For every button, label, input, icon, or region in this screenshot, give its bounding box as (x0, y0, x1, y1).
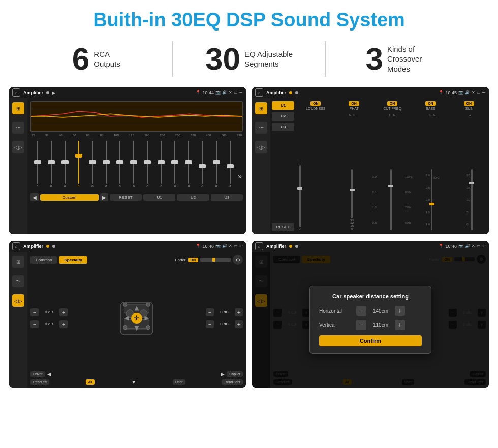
s3-plus-btn-2[interactable]: + (59, 320, 68, 328)
topbar-dot-2 (289, 91, 292, 94)
s2-u3-btn[interactable]: U3 (272, 123, 294, 131)
dialog-horizontal-plus[interactable]: + (395, 306, 405, 316)
s3-right-arrow[interactable]: ▶ (221, 371, 225, 377)
topbar-icons-3: 📍 10:46 📷 🔊 ✕ ▭ ↩ (196, 244, 243, 249)
dialog-box: Car speaker distance setting Horizontal … (309, 286, 431, 354)
s3-minus-btn-4[interactable]: − (206, 320, 214, 328)
s2-u1-btn[interactable]: U1 (272, 101, 294, 110)
time-2: 10:45 (445, 90, 457, 95)
eq-freq-labels: 253240506380100125160200250320400500630 (30, 134, 243, 137)
s3-minus-btn-1[interactable]: − (30, 308, 39, 316)
home-btn-2[interactable]: ⌂ (255, 88, 263, 97)
s3-driver-btn[interactable]: Driver (30, 371, 45, 377)
stat-number-30: 30 (205, 43, 240, 75)
eq-u2-btn[interactable]: U2 (177, 194, 209, 201)
s3-sidebar-vol-icon[interactable]: ◁▷ (12, 294, 24, 307)
s3-left-db-controls: − 0 dB + − 0 dB + (30, 267, 68, 369)
home-btn-4[interactable]: ⌂ (255, 242, 263, 250)
screen1-title: Amplifier (23, 90, 43, 95)
eq-reset-btn[interactable]: RESET (110, 194, 142, 201)
s3-db-row-1: − 0 dB + (30, 308, 68, 316)
camera-icon-4: 📷 (458, 244, 463, 249)
screen4-topbar: ⌂ Amplifier 📍 10:46 📷 🔊 ✕ ▭ ↩ (252, 241, 489, 252)
s3-sidebar-eq-icon[interactable]: ⊞ (12, 256, 24, 268)
s2-sidebar-wave-icon[interactable]: 〜 (255, 122, 267, 134)
eq-play-btn[interactable]: ▶ (100, 193, 108, 201)
dialog-horizontal-minus[interactable]: − (356, 306, 366, 316)
topbar-icons-1: 📍 10:44 📷 🔊 ✕ ▭ ↩ (196, 90, 243, 95)
screen-4-dialog: ⌂ Amplifier 📍 10:46 📷 🔊 ✕ ▭ ↩ ⊞ 〜 ◁▷ (252, 241, 489, 388)
screen3-sidebar: ⊞ 〜 ◁▷ (9, 252, 27, 388)
s2-u2-btn[interactable]: U2 (272, 112, 294, 121)
home-btn-1[interactable]: ⌂ (12, 88, 20, 97)
svg-point-15 (146, 303, 150, 306)
minimize-icon-4: ▭ (477, 244, 481, 249)
s3-plus-btn-1[interactable]: + (59, 308, 68, 316)
screen2-left-panel: U1 U2 U3 RESET (270, 98, 296, 234)
eq-u3-btn[interactable]: U3 (211, 194, 243, 201)
s3-common-tab[interactable]: Common (30, 256, 57, 264)
topbar-icons-2: 📍 10:45 📷 🔊 ✕ ▭ ↩ (439, 90, 486, 95)
s3-minus-btn-3[interactable]: − (206, 308, 214, 316)
s3-specialty-tab[interactable]: Specialty (59, 256, 87, 264)
topbar-dot-3b (52, 245, 55, 248)
eq-bottom-bar: ◀ Custom ▶ RESET U1 U2 U3 (30, 192, 243, 203)
back-icon-4: ↩ (482, 244, 486, 249)
location-icon-4: 📍 (439, 244, 444, 249)
eq-prev-btn[interactable]: ◀ (30, 193, 39, 201)
s3-user-btn[interactable]: User (173, 379, 185, 385)
topbar-dot-1 (46, 91, 49, 94)
volume-icon-3: 🔊 (222, 244, 227, 249)
s2-reset-btn[interactable]: RESET (272, 223, 294, 231)
s2-sidebar-vol-icon[interactable]: ◁▷ (255, 141, 267, 153)
sidebar-vol-icon[interactable]: ◁▷ (12, 141, 24, 153)
dialog-title: Car speaker distance setting (319, 293, 422, 300)
stats-row: 6 RCAOutputs 30 EQ AdjustableSegments 3 … (0, 36, 498, 84)
dialog-horizontal-label: Horizontal (319, 308, 352, 314)
s3-fader-bar[interactable] (200, 258, 231, 262)
s3-bottom-labels: Driver ◀ ▶ Copilot (30, 371, 243, 377)
stat-label-eq: EQ AdjustableSegments (244, 49, 293, 69)
dialog-vertical-value: 110cm (370, 322, 391, 328)
s3-settings-icon[interactable]: ⚙ (233, 255, 243, 265)
stat-eq: 30 EQ AdjustableSegments (183, 43, 315, 75)
svg-text:✛: ✛ (134, 314, 140, 321)
location-icon-3: 📍 (196, 244, 201, 249)
location-icon-2: 📍 (439, 90, 444, 95)
s3-plus-btn-3[interactable]: + (235, 308, 243, 316)
s3-left-arrow[interactable]: ◀ (47, 371, 51, 377)
screen3-title: Amplifier (23, 244, 43, 249)
dialog-horizontal-value: 140cm (370, 308, 391, 314)
s3-all-btn[interactable]: All (86, 379, 95, 385)
close-icon-2: ✕ (472, 90, 475, 95)
location-icon-1: 📍 (196, 90, 201, 95)
s3-minus-btn-2[interactable]: − (30, 320, 39, 328)
s3-rearleft-btn[interactable]: RearLeft (30, 379, 49, 385)
screen1-body: ⊞ 〜 ◁▷ (9, 98, 246, 234)
s3-plus-btn-4[interactable]: + (235, 320, 243, 328)
s3-bottom-row-2: RearLeft All ▼ User RearRight (30, 379, 243, 385)
s2-sidebar-eq-icon[interactable]: ⊞ (255, 102, 267, 114)
svg-point-17 (146, 325, 150, 329)
topbar-dot-2b (295, 91, 298, 94)
sidebar-eq-icon[interactable]: ⊞ (12, 102, 24, 114)
s3-down-arrow[interactable]: ▼ (131, 379, 136, 385)
confirm-button[interactable]: Confirm (319, 335, 422, 346)
s3-copilot-btn[interactable]: Copilot (227, 371, 243, 377)
eq-u1-btn[interactable]: U1 (143, 194, 175, 201)
s3-car-diagram: ✛ (71, 267, 203, 369)
s3-db-val-1: 0 dB (40, 310, 58, 314)
minimize-icon-2: ▭ (477, 90, 481, 95)
stat-label-rca: RCAOutputs (94, 49, 120, 69)
s3-sidebar-wave-icon[interactable]: 〜 (12, 275, 24, 287)
s3-rearright-btn[interactable]: RearRight (222, 379, 243, 385)
home-btn-3[interactable]: ⌂ (12, 242, 20, 250)
dialog-vertical-minus[interactable]: − (356, 320, 366, 330)
topbar-dot-3 (46, 245, 49, 248)
volume-icon-1: 🔊 (222, 90, 227, 95)
stat-divider-2 (325, 41, 326, 77)
back-icon-3: ↩ (239, 244, 243, 249)
sidebar-wave-icon[interactable]: 〜 (12, 122, 24, 134)
s2-sliders: — — 0 GF (297, 112, 487, 232)
dialog-vertical-plus[interactable]: + (395, 320, 405, 330)
